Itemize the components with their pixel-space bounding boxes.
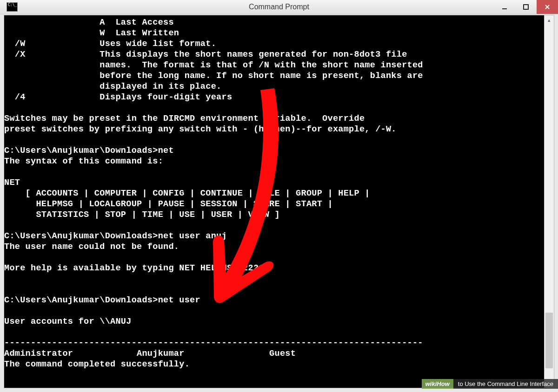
title-bar[interactable]: Command Prompt [0,0,558,14]
minimize-button[interactable] [494,0,515,14]
vertical-scrollbar[interactable]: ▴ ▾ [544,15,554,388]
window-frame: Command Prompt A Last Access W Last Writ… [0,0,558,392]
caption-text: to Use the Command Line Interface [453,379,558,389]
window-controls [494,0,558,14]
svg-rect-0 [502,8,507,9]
scroll-thumb[interactable] [545,313,553,368]
client-area: A Last Access W Last Written /W Uses wid… [4,15,554,388]
cmd-icon [7,2,18,12]
caption-strip: wikiHow to Use the Command Line Interfac… [422,378,558,389]
terminal-output[interactable]: A Last Access W Last Written /W Uses wid… [4,15,544,388]
close-button[interactable] [537,0,558,14]
svg-rect-1 [524,5,528,9]
maximize-button[interactable] [515,0,537,14]
caption-brand: wikiHow [422,379,453,389]
scroll-up-button[interactable]: ▴ [545,15,554,25]
window-title: Command Prompt [0,3,558,11]
